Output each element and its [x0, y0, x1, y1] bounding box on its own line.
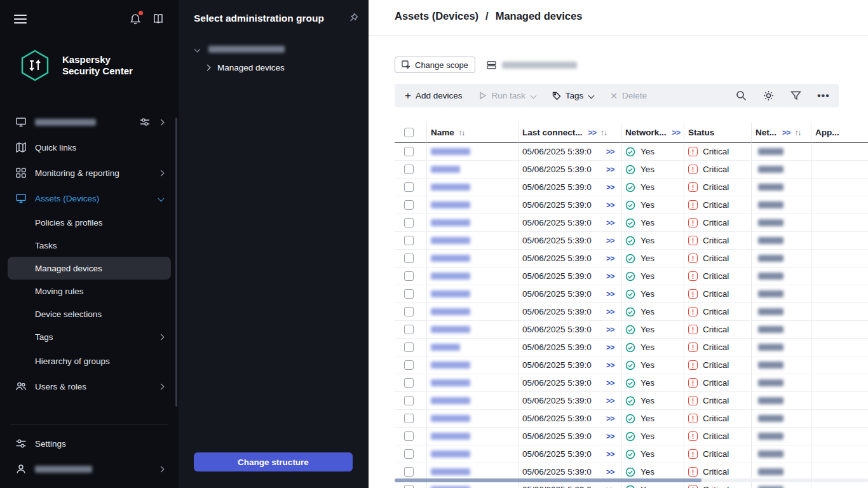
- change-scope-button[interactable]: Change scope: [395, 57, 475, 73]
- table-row[interactable]: 05/06/2025 5:39:0 >> Yes ! Critical: [395, 250, 868, 268]
- table-row[interactable]: 05/06/2025 5:39:0 >> Yes ! Critical: [395, 392, 868, 410]
- table-row[interactable]: 05/06/2025 5:39:0 >> Yes ! Critical: [395, 285, 868, 303]
- row-checkbox[interactable]: [404, 414, 414, 423]
- row-name-cell[interactable]: [427, 214, 519, 232]
- row-expand-icon[interactable]: >>: [606, 165, 614, 174]
- more-options-ellipsis-icon[interactable]: •••: [817, 90, 829, 102]
- header-name[interactable]: Name ↑↓: [427, 123, 519, 143]
- table-row[interactable]: 05/06/2025 5:39:0 >> Yes ! Critical: [395, 161, 868, 179]
- row-name-cell[interactable]: [427, 268, 519, 285]
- table-row[interactable]: 05/06/2025 5:39:0 >> Yes ! Critical: [395, 339, 868, 356]
- row-checkbox[interactable]: [404, 218, 414, 227]
- header-network[interactable]: Network... >>: [621, 123, 684, 143]
- row-name-cell[interactable]: [427, 196, 519, 214]
- row-expand-icon[interactable]: >>: [606, 272, 614, 281]
- sidebar-item-settings[interactable]: Settings: [8, 431, 171, 456]
- row-name-cell[interactable]: [427, 410, 519, 428]
- table-row[interactable]: 05/06/2025 5:39:0 >> Yes ! Critical: [395, 196, 868, 214]
- row-name-cell[interactable]: [427, 356, 519, 374]
- sidebar-item-hierarchy-of-groups[interactable]: Hierarchy of groups: [8, 348, 171, 374]
- row-checkbox[interactable]: [404, 165, 414, 174]
- header-last-connection[interactable]: Last connect... >> ↑↓: [519, 123, 621, 143]
- row-name-cell[interactable]: [427, 232, 519, 250]
- row-checkbox[interactable]: [404, 254, 414, 263]
- horizontal-scrollbar[interactable]: [395, 478, 868, 482]
- sidebar-item-tasks[interactable]: Tasks: [8, 234, 171, 257]
- row-expand-icon[interactable]: >>: [606, 396, 614, 405]
- row-name-cell[interactable]: [427, 445, 519, 463]
- row-expand-icon[interactable]: >>: [606, 432, 614, 441]
- sort-icon[interactable]: ↑↓: [459, 129, 465, 137]
- sidebar-item-moving-rules[interactable]: Moving rules: [8, 280, 171, 302]
- notifications-bell-icon[interactable]: [129, 13, 142, 25]
- row-checkbox[interactable]: [404, 200, 414, 210]
- sidebar-item-server[interactable]: [8, 109, 171, 135]
- row-expand-icon[interactable]: >>: [606, 468, 614, 477]
- table-row[interactable]: 05/06/2025 5:39:0 >> Yes ! Critical: [395, 214, 868, 232]
- row-checkbox[interactable]: [404, 431, 414, 441]
- row-expand-icon[interactable]: >>: [606, 219, 614, 227]
- row-checkbox[interactable]: [404, 307, 414, 316]
- group-tree-managed-devices-node[interactable]: Managed devices: [179, 57, 369, 79]
- row-expand-icon[interactable]: >>: [606, 343, 614, 352]
- row-name-cell[interactable]: [427, 303, 519, 321]
- row-name-cell[interactable]: [427, 285, 519, 303]
- row-checkbox[interactable]: [404, 289, 414, 299]
- group-tree-root-node[interactable]: [179, 42, 369, 57]
- row-expand-icon[interactable]: >>: [606, 485, 614, 488]
- table-row[interactable]: 05/06/2025 5:39:0 >> Yes ! Critical: [395, 179, 868, 196]
- delete-button[interactable]: ✕ Delete: [610, 91, 647, 100]
- row-expand-icon[interactable]: >>: [606, 361, 614, 370]
- pin-icon[interactable]: [348, 13, 358, 25]
- row-expand-icon[interactable]: >>: [606, 147, 614, 156]
- row-name-cell[interactable]: [427, 374, 519, 392]
- row-expand-icon[interactable]: >>: [606, 201, 614, 210]
- search-icon[interactable]: [735, 90, 747, 102]
- header-net[interactable]: Net... >> ↑↓: [752, 123, 811, 143]
- row-checkbox[interactable]: [404, 449, 414, 459]
- row-checkbox[interactable]: [404, 396, 414, 405]
- sidebar-item-device-selections[interactable]: Device selections: [8, 302, 171, 325]
- row-checkbox[interactable]: [404, 325, 414, 334]
- sidebar-item-managed-devices[interactable]: Managed devices: [8, 257, 171, 280]
- sidebar-item-policies-profiles[interactable]: Policies & profiles: [8, 211, 171, 234]
- table-row[interactable]: 05/06/2025 5:39:0 >> Yes ! Critical: [395, 356, 868, 374]
- row-name-cell[interactable]: [427, 339, 519, 356]
- filter-funnel-icon[interactable]: [790, 90, 801, 102]
- add-devices-button[interactable]: + Add devices: [405, 90, 462, 101]
- sort-icon[interactable]: ↑↓: [795, 129, 801, 137]
- table-row[interactable]: 05/06/2025 5:39:0 >> Yes ! Critical: [395, 428, 868, 445]
- table-row[interactable]: 05/06/2025 5:39:0 >> Yes ! Critical: [395, 143, 868, 161]
- header-app[interactable]: App...: [811, 123, 868, 143]
- row-name-cell[interactable]: [427, 392, 519, 410]
- sidebar-item-user-account[interactable]: [8, 456, 171, 482]
- row-checkbox[interactable]: [404, 467, 414, 477]
- row-checkbox[interactable]: [404, 271, 414, 281]
- sidebar-item-tags[interactable]: Tags: [8, 325, 171, 348]
- column-expand-icon[interactable]: >>: [588, 128, 597, 137]
- row-expand-icon[interactable]: >>: [606, 325, 614, 334]
- row-checkbox[interactable]: [404, 342, 414, 352]
- table-row[interactable]: 05/06/2025 5:39:0 >> Yes ! Critical: [395, 374, 868, 392]
- select-all-checkbox[interactable]: [404, 128, 414, 137]
- row-expand-icon[interactable]: >>: [606, 450, 614, 459]
- sort-icon[interactable]: ↑↓: [601, 129, 607, 137]
- chevron-right-icon[interactable]: [205, 65, 211, 71]
- row-name-cell[interactable]: [427, 179, 519, 196]
- sidebar-item-assets-devices[interactable]: Assets (Devices): [8, 186, 171, 211]
- row-name-cell[interactable]: [427, 428, 519, 445]
- table-row[interactable]: 05/06/2025 5:39:0 >> Yes ! Critical: [395, 445, 868, 463]
- row-checkbox[interactable]: [404, 236, 414, 245]
- table-row[interactable]: 05/06/2025 5:39:0 >> Yes ! Critical: [395, 321, 868, 339]
- row-name-cell[interactable]: [427, 143, 519, 161]
- row-name-cell[interactable]: [427, 321, 519, 339]
- help-book-icon[interactable]: [152, 13, 165, 25]
- row-expand-icon[interactable]: >>: [606, 379, 614, 388]
- sidebar-scrollbar[interactable]: [175, 118, 177, 407]
- horizontal-scrollbar-thumb[interactable]: [395, 478, 702, 482]
- column-expand-icon[interactable]: >>: [672, 128, 681, 137]
- row-name-cell[interactable]: [427, 250, 519, 268]
- table-row[interactable]: 05/06/2025 5:39:0 >> Yes ! Critical: [395, 303, 868, 321]
- change-structure-button[interactable]: Change structure: [194, 452, 353, 471]
- row-checkbox[interactable]: [404, 147, 414, 156]
